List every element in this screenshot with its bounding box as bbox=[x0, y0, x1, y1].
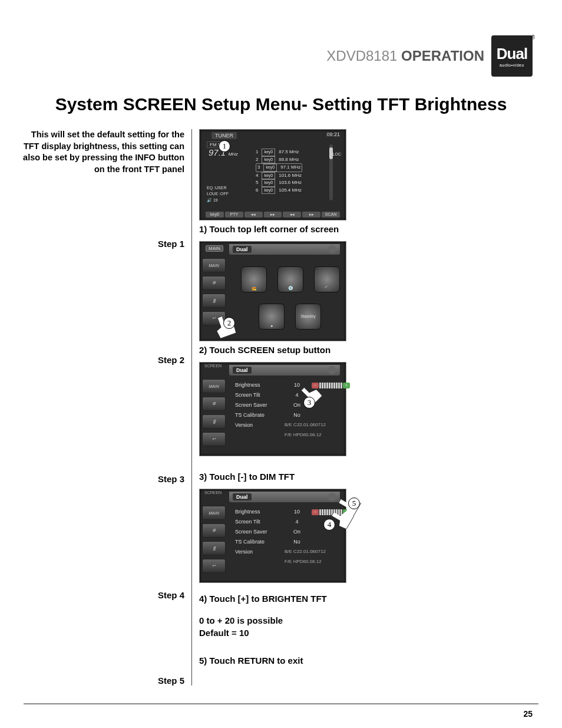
side-tab-other[interactable]: 🎛 bbox=[202, 294, 226, 308]
preset-row[interactable]: 2key088.8 MHz bbox=[256, 156, 302, 164]
source-row-1: 📻 💿 🔌 bbox=[241, 266, 340, 292]
screensaver-row[interactable]: Screen SaverOn bbox=[235, 400, 350, 410]
step-3-label: Step 3 bbox=[21, 474, 184, 484]
brand-pill: Dual bbox=[233, 367, 252, 374]
intro-paragraph: This will set the default setting for th… bbox=[21, 129, 184, 175]
eq-status: EQ :USER LOUE :OFF 🔊 19 bbox=[207, 185, 229, 204]
source-aux[interactable]: 🔌 bbox=[314, 266, 340, 292]
step-4-label: Step 4 bbox=[21, 590, 184, 600]
tuner-btn[interactable]: ▸▸ bbox=[264, 212, 282, 218]
tuner-tab: TUNER bbox=[211, 132, 237, 139]
step-2-caption: 2) Touch SCREEN setup button bbox=[199, 345, 521, 355]
screenshot-radio-tuner: TUNER 09:21 FM ST 97.1 MHz LOC 1key087.5… bbox=[199, 129, 346, 220]
callout-4: 4 bbox=[323, 519, 335, 531]
left-column: This will set the default setting for th… bbox=[21, 129, 191, 686]
side-tab[interactable]: ⚙ bbox=[202, 397, 226, 411]
tuner-button-bar: key0 PTY ◂◂ ▸▸ ◂◂ ▸▸ SCAN bbox=[206, 212, 340, 218]
step-5-label: Step 5 bbox=[21, 676, 184, 686]
top-bar: Dual bbox=[229, 244, 340, 255]
brightness-plus-button[interactable]: + bbox=[343, 383, 350, 388]
tuner-btn[interactable]: ◂◂ bbox=[244, 212, 263, 218]
screen-settings-list: Brightness 10 − + Screen Tilt4 Screen Sa… bbox=[235, 380, 350, 440]
top-bar: Dual bbox=[229, 365, 340, 375]
right-column: TUNER 09:21 FM ST 97.1 MHz LOC 1key087.5… bbox=[191, 129, 521, 686]
preset-row[interactable]: 6key0105.4 MHz bbox=[256, 187, 302, 195]
side-tab[interactable]: 🎛 bbox=[202, 541, 226, 555]
preset-row[interactable]: 3key097.1 MHz bbox=[256, 163, 302, 172]
page-number: 25 bbox=[523, 709, 533, 719]
side-tab[interactable]: 🎛 bbox=[202, 414, 226, 429]
brightness-minus-button[interactable]: − bbox=[312, 383, 319, 388]
side-tab-main[interactable]: MAIN bbox=[202, 506, 226, 520]
tilt-row[interactable]: Screen Tilt4 bbox=[235, 390, 350, 400]
side-tab-main[interactable]: MAIN bbox=[202, 258, 226, 272]
step-2-label: Step 2 bbox=[21, 355, 184, 365]
brightness-minus-button[interactable]: − bbox=[312, 509, 319, 515]
tuner-btn[interactable]: ▸▸ bbox=[302, 212, 320, 218]
callout-2: 2 bbox=[223, 317, 235, 329]
tuner-btn[interactable]: key0 bbox=[206, 212, 224, 218]
return-icon[interactable] bbox=[328, 366, 336, 374]
return-icon[interactable] bbox=[328, 245, 336, 253]
source-camera[interactable]: ● bbox=[259, 304, 285, 330]
preset-row[interactable]: 5key0103.6 MHz bbox=[256, 179, 302, 187]
preset-list: 1key087.5 MHz 2key088.8 MHz 3key097.1 MH… bbox=[256, 149, 302, 194]
screen-tab: SCREEN bbox=[204, 490, 222, 495]
side-tab[interactable]: ↩ bbox=[202, 559, 226, 573]
preset-scrollbar-thumb[interactable] bbox=[329, 147, 333, 159]
brand-pill: Dual bbox=[233, 246, 252, 253]
content-columns: This will set the default setting for th… bbox=[0, 129, 562, 686]
screenshot-main-menu: MAIN Dual MAIN ⚙ 🎛 ↩ 📻 💿 🔌 ● Standby 2 bbox=[199, 241, 346, 341]
step-1-label: Step 1 bbox=[21, 239, 184, 249]
brand-pill: Dual bbox=[233, 493, 252, 500]
screenshot-screen-setup-brighten: SCREEN Dual MAIN ⚙ 🎛 ↩ Brightness 10 − bbox=[199, 489, 346, 583]
return-icon[interactable] bbox=[328, 493, 336, 501]
brand-tagline: audio•video bbox=[500, 63, 524, 67]
version-row-2: F/E HPD60.06.12 bbox=[235, 557, 350, 566]
preset-row[interactable]: 1key087.5 MHz bbox=[256, 149, 302, 156]
callout-1: 1 bbox=[219, 140, 230, 152]
source-row-2: ● Standby bbox=[259, 304, 321, 330]
source-disc[interactable]: 💿 bbox=[277, 266, 303, 292]
screen-tab: SCREEN bbox=[204, 364, 222, 368]
side-tabs: MAIN ⚙ 🎛 ↩ bbox=[202, 506, 226, 573]
top-bar: Dual bbox=[229, 492, 340, 502]
main-tab: MAIN bbox=[206, 245, 223, 252]
section-name: OPERATION bbox=[401, 48, 484, 64]
version-row: VersionB/E C22.01.060712 bbox=[235, 420, 350, 430]
ts-calibrate-row[interactable]: TS CalibrateNo bbox=[235, 410, 350, 420]
side-tab[interactable]: ⚙ bbox=[202, 523, 226, 538]
tuner-btn[interactable]: ◂◂ bbox=[283, 212, 301, 218]
tuner-btn[interactable]: PTY bbox=[225, 212, 243, 218]
version-row: VersionB/E C22.01.060712 bbox=[235, 547, 350, 557]
brightness-row: Brightness 10 − + bbox=[235, 380, 350, 390]
step-3-caption: 3) Touch [-] to DIM TFT bbox=[199, 472, 521, 482]
tuner-btn[interactable]: SCAN bbox=[322, 212, 340, 218]
ts-calibrate-row[interactable]: TS CalibrateNo bbox=[235, 537, 350, 547]
screenshot-screen-setup-dim: SCREEN Dual MAIN ⚙ 🎛 ↩ Brightness 10 − bbox=[199, 362, 346, 456]
brightness-slider: − + bbox=[312, 380, 350, 390]
callout-5: 5 bbox=[348, 498, 360, 509]
loc-indicator: LOC bbox=[333, 152, 341, 156]
footer-divider bbox=[24, 703, 538, 704]
callout-3: 3 bbox=[303, 397, 315, 409]
brightness-segments bbox=[319, 383, 342, 388]
header-title: XDVD8181 OPERATION bbox=[326, 48, 484, 64]
step-1-caption: 1) Touch top left corner of screen bbox=[199, 224, 521, 234]
side-tab-main[interactable]: MAIN bbox=[202, 379, 226, 393]
brightness-segments bbox=[319, 509, 342, 515]
side-tab[interactable]: ↩ bbox=[202, 432, 226, 446]
volume-display: 🔊 19 bbox=[207, 197, 229, 204]
brand-name: Dual bbox=[497, 45, 527, 63]
brightness-range-note: 0 to + 20 is possible Default = 10 bbox=[199, 614, 521, 639]
registered-mark: ® bbox=[531, 34, 535, 41]
side-tabs: MAIN ⚙ 🎛 ↩ bbox=[202, 258, 226, 325]
source-standby[interactable]: Standby bbox=[295, 304, 321, 330]
source-tuner[interactable]: 📻 bbox=[241, 266, 267, 292]
step-5-caption: 5) Touch RETURN to exit bbox=[199, 655, 521, 666]
step-4-caption: 4) Touch [+] to BRIGHTEN TFT bbox=[199, 594, 521, 604]
model-number: XDVD8181 bbox=[326, 48, 397, 64]
preset-row[interactable]: 4key0101.6 MHz bbox=[256, 172, 302, 180]
side-tab-audio[interactable]: ⚙ bbox=[202, 276, 226, 290]
clock: 09:21 bbox=[326, 131, 340, 137]
